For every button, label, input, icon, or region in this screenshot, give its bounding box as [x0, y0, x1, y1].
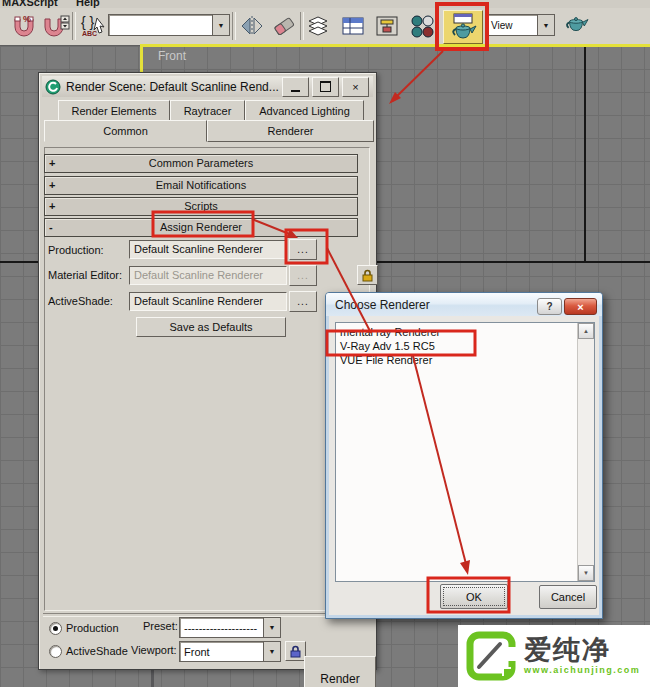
- minimize-button[interactable]: [282, 77, 309, 97]
- expand-icon[interactable]: +: [49, 155, 55, 171]
- restore-icon: [320, 81, 331, 92]
- rollout-label: Scripts: [184, 200, 218, 212]
- watermark-url[interactable]: www.aichunjing.com: [524, 665, 640, 675]
- named-selection-combo[interactable]: ▼: [108, 14, 230, 36]
- list-item-mental-ray[interactable]: mental ray Renderer: [336, 325, 594, 339]
- renderer-list[interactable]: mental ray Renderer V-Ray Adv 1.5 RC5 VU…: [335, 322, 595, 582]
- restore-button[interactable]: [312, 77, 339, 97]
- layers-glyph: [305, 13, 333, 39]
- menu-item-help[interactable]: Help: [76, 0, 100, 8]
- preset-combo-value: --------------------: [180, 622, 263, 634]
- render-dialog-title: Render Scene: Default Scanline Rend...: [66, 80, 279, 94]
- chevron-down-icon[interactable]: ▼: [263, 642, 280, 661]
- toolbar-separator: [72, 12, 76, 40]
- close-button[interactable]: ×: [564, 298, 597, 315]
- rollout-label: Assign Renderer: [160, 221, 242, 233]
- material-editor-lock-button[interactable]: [357, 265, 378, 285]
- chevron-down-icon[interactable]: ▼: [263, 618, 280, 637]
- render-scene-dialog-button[interactable]: [443, 10, 483, 44]
- production-radio-label: Production: [66, 622, 119, 634]
- tab-renderer[interactable]: Renderer: [207, 120, 374, 142]
- list-item-vray[interactable]: V-Ray Adv 1.5 RC5: [336, 339, 594, 353]
- rollout-scripts[interactable]: + Scripts: [44, 197, 358, 216]
- rollout-common-parameters[interactable]: + Common Parameters: [44, 154, 358, 173]
- tab-raytracer[interactable]: Raytracer: [170, 100, 245, 121]
- menu-item-maxscript[interactable]: MAXScript: [2, 0, 58, 8]
- expand-icon[interactable]: +: [49, 198, 55, 214]
- ok-button[interactable]: OK: [440, 584, 508, 609]
- active-viewport-border-left: [140, 44, 143, 74]
- choose-renderer-title: Choose Renderer: [335, 298, 430, 312]
- align-icon[interactable]: [268, 11, 300, 41]
- list-item-vue[interactable]: VUE File Renderer: [336, 353, 594, 367]
- named-selection-sets-icon[interactable]: { } ABC: [77, 11, 109, 41]
- svg-text:%: %: [23, 14, 31, 24]
- tab-render-elements[interactable]: Render Elements: [58, 100, 170, 121]
- layer-manager-glyph: [340, 14, 366, 38]
- close-button[interactable]: ×: [342, 77, 369, 97]
- collapse-icon[interactable]: -: [49, 219, 53, 235]
- schematic-view-icon[interactable]: [371, 11, 403, 41]
- rollout-label: Common Parameters: [149, 157, 254, 169]
- schematic-view-glyph: [374, 14, 400, 38]
- watermark-brand: 爱纯净: [524, 637, 640, 663]
- main-toolbar: % { } ABC ▼: [0, 8, 650, 46]
- render-dialog-app-icon: [45, 79, 61, 95]
- snap-percent-icon[interactable]: %: [8, 11, 40, 41]
- preset-combo[interactable]: -------------------- ▼: [179, 617, 281, 638]
- rollout-label: Email Notifications: [156, 179, 246, 191]
- material-editor-browse-button[interactable]: ...: [289, 265, 317, 286]
- activeshade-radio-label: ActiveShade: [66, 645, 128, 657]
- activeshade-renderer-field: Default Scanline Renderer: [129, 292, 287, 311]
- choose-renderer-body: mental ray Renderer V-Ray Adv 1.5 RC5 VU…: [329, 316, 599, 615]
- layers-icon[interactable]: [303, 11, 335, 41]
- mirror-glyph: [239, 14, 265, 38]
- render-dialog-titlebar[interactable]: Render Scene: Default Scanline Rend... ×: [42, 76, 373, 97]
- named-selection-glyph: { } ABC: [79, 12, 107, 40]
- layer-manager-icon[interactable]: [337, 11, 369, 41]
- expand-icon[interactable]: +: [49, 177, 55, 193]
- activeshade-browse-button[interactable]: ...: [289, 291, 317, 312]
- snap-spinner-glyph: [42, 13, 70, 39]
- activeshade-label: ActiveShade:: [48, 295, 113, 307]
- viewport-combo[interactable]: Front ▼: [179, 641, 281, 662]
- preset-label: Preset:: [143, 620, 178, 632]
- rollout-panel: [44, 147, 370, 611]
- render-type-combo[interactable]: View ▼: [487, 14, 555, 36]
- mirror-icon[interactable]: [236, 11, 268, 41]
- cancel-button[interactable]: Cancel: [539, 585, 597, 609]
- production-browse-button[interactable]: ...: [289, 239, 317, 260]
- viewport-lock-button[interactable]: [285, 641, 306, 661]
- tab-common[interactable]: Common: [44, 120, 207, 142]
- viewport-axis-vertical: [584, 47, 586, 263]
- viewport-label[interactable]: Front: [158, 49, 186, 63]
- activeshade-radio[interactable]: [49, 645, 62, 658]
- align-glyph: [271, 14, 297, 38]
- production-radio[interactable]: [49, 622, 62, 635]
- quick-render-icon[interactable]: [560, 11, 592, 41]
- material-editor-glyph: [409, 13, 435, 39]
- scroll-up-icon[interactable]: ▲: [578, 323, 594, 339]
- rollout-email-notifications[interactable]: + Email Notifications: [44, 176, 358, 195]
- chevron-down-icon[interactable]: ▼: [537, 15, 554, 35]
- quick-render-teapot-glyph: [562, 14, 590, 38]
- help-button[interactable]: ?: [537, 298, 562, 315]
- rollout-assign-renderer[interactable]: - Assign Renderer: [44, 218, 358, 237]
- lock-icon: [362, 269, 373, 282]
- chevron-down-icon[interactable]: ▼: [212, 15, 229, 35]
- render-button[interactable]: Render: [304, 656, 376, 687]
- material-editor-renderer-field: Default Scanline Renderer: [129, 266, 287, 285]
- snap-percent-glyph: %: [11, 13, 37, 39]
- material-editor-icon[interactable]: [406, 11, 438, 41]
- svg-text:{ }: { }: [81, 14, 95, 30]
- annotation-arrow-to-dialog: [392, 51, 443, 101]
- aichunjing-logo-icon: [466, 631, 516, 681]
- production-renderer-field: Default Scanline Renderer: [129, 240, 287, 259]
- tab-advanced-lighting[interactable]: Advanced Lighting: [245, 100, 364, 121]
- viewport-combo-label: Viewport:: [131, 644, 177, 656]
- choose-renderer-dialog: Choose Renderer ? × mental ray Renderer …: [325, 292, 603, 619]
- list-scrollbar[interactable]: ▲ ▼: [577, 323, 594, 581]
- save-as-defaults-button[interactable]: Save as Defaults: [136, 317, 286, 337]
- scroll-down-icon[interactable]: ▼: [578, 565, 594, 581]
- snap-spinner-icon[interactable]: [40, 11, 72, 41]
